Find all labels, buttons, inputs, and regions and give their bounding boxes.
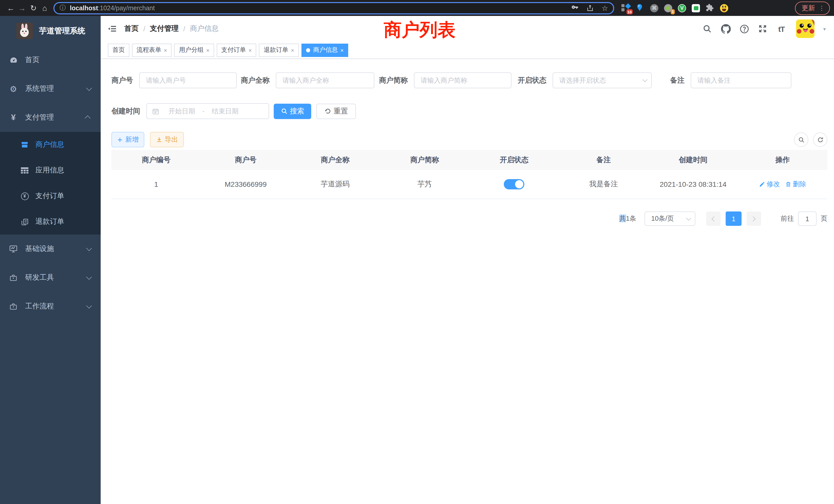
sidebar-item-home[interactable]: 首页: [0, 46, 101, 74]
status-select[interactable]: 请选择开启状态: [553, 72, 652, 88]
page-size-select[interactable]: 10条/页: [644, 211, 695, 226]
merchant-no-input[interactable]: [139, 72, 237, 88]
avatar-caret-icon[interactable]: ▾: [823, 26, 826, 31]
tab-refund-order[interactable]: 退款订单×: [259, 43, 299, 57]
fullscreen-icon[interactable]: [758, 24, 768, 33]
export-button[interactable]: 导出: [150, 132, 184, 147]
tags-view: 首页 流程表单× 用户分组× 支付订单× 退款订单× 商户信息×: [101, 42, 834, 59]
sidebar-item-infrastructure[interactable]: 基础设施: [0, 234, 101, 263]
add-button[interactable]: 新增: [111, 132, 144, 147]
user-avatar[interactable]: [796, 20, 814, 38]
search-button[interactable]: 搜索: [274, 104, 311, 119]
font-size-icon[interactable]: tT: [776, 24, 786, 33]
prev-page-button[interactable]: [706, 211, 721, 226]
export-button-label: 导出: [164, 135, 178, 144]
sidebar-item-label: 首页: [25, 55, 40, 65]
show-search-toggle-button[interactable]: [794, 132, 808, 147]
close-icon[interactable]: ×: [291, 47, 294, 53]
sidebar-item-workflow[interactable]: 工作流程: [0, 292, 101, 321]
profile-extension-badge: 1: [671, 9, 675, 14]
tab-home[interactable]: 首页: [108, 43, 129, 57]
tab-label: 支付订单: [221, 46, 246, 54]
sidebar-item-refund-order[interactable]: 退款订单: [0, 209, 101, 234]
end-date-placeholder: 结束日期: [206, 107, 245, 116]
delete-link[interactable]: 删除: [785, 180, 806, 189]
next-page-button[interactable]: [747, 211, 761, 226]
sidebar-item-merchant-info[interactable]: 商户信息: [0, 132, 101, 158]
close-icon[interactable]: ×: [341, 47, 344, 53]
close-icon[interactable]: ×: [248, 47, 252, 53]
browser-menu-icon[interactable]: ⋮: [818, 4, 825, 12]
breadcrumb-payment[interactable]: 支付管理: [150, 24, 179, 33]
table-toolbar: 新增 导出: [111, 132, 827, 147]
gear-icon: ⚙: [9, 84, 18, 94]
v-extension-icon[interactable]: V: [678, 4, 686, 12]
sidebar-item-label: 基础设施: [25, 244, 54, 254]
sidebar-item-system[interactable]: ⚙ 系统管理: [0, 74, 101, 103]
edit-link[interactable]: 修改: [759, 180, 780, 189]
table-header: 商户编号 商户号 商户全称 商户简称 开启状态 备注 创建时间 操作: [111, 150, 827, 170]
share-icon[interactable]: [587, 4, 594, 12]
merchant-fullname-label: 商户全称: [241, 76, 276, 85]
browser-update-button[interactable]: 更新 ⋮: [795, 1, 830, 15]
merchant-shortname-input[interactable]: [414, 72, 511, 88]
status-toggle[interactable]: [504, 179, 524, 189]
toolbox-icon: [9, 274, 18, 281]
reset-button[interactable]: 重置: [316, 104, 356, 119]
bookmark-star-icon[interactable]: ☆: [601, 4, 608, 12]
tab-process-form[interactable]: 流程表单×: [132, 43, 172, 57]
back-icon[interactable]: ←: [5, 4, 17, 12]
yen-icon: ¥: [9, 113, 18, 122]
extensions-puzzle-icon[interactable]: [706, 4, 714, 12]
profile-extension-icon[interactable]: 1: [664, 4, 672, 12]
home-icon[interactable]: ⌂: [39, 4, 50, 12]
sidebar-fold-icon[interactable]: [108, 25, 116, 33]
apps-extension-badge: 10: [626, 9, 633, 14]
col-header-fullname: 商户全称: [290, 155, 380, 164]
yen-circle-icon: ¥: [20, 192, 29, 200]
chat-extension-icon[interactable]: [692, 4, 700, 12]
navbar: 首页 / 支付管理 / 商户信息: [101, 16, 834, 42]
extension-icons: 10 ⌘ 1 V: [621, 4, 728, 12]
remark-input[interactable]: [691, 72, 791, 88]
cell-shortname: 芋艿: [380, 180, 470, 189]
date-range-picker[interactable]: 开始日期 - 结束日期: [146, 103, 269, 119]
current-page[interactable]: 1: [726, 211, 742, 226]
apps-extension-icon[interactable]: 10: [621, 4, 630, 12]
site-info-icon[interactable]: ⓘ: [60, 4, 66, 12]
sidebar-item-payment[interactable]: ¥ 支付管理: [0, 103, 101, 132]
address-bar[interactable]: ⓘ localhost:1024/pay/merchant ☆: [53, 2, 614, 14]
goto-page-input[interactable]: [798, 211, 816, 226]
forward-icon[interactable]: →: [17, 4, 28, 12]
payment-submenu: 商户信息 应用信息 ¥ 支付订单 退款订单: [0, 132, 101, 234]
sidebar-item-label: 工作流程: [25, 302, 54, 311]
cell-created: 2021-10-23 08:31:14: [649, 180, 738, 188]
url-text: localhost:1024/pay/merchant: [70, 4, 155, 12]
sidebar-item-pay-order[interactable]: ¥ 支付订单: [0, 183, 101, 209]
refresh-table-button[interactable]: [813, 132, 827, 147]
app-title: 芋道管理系统: [39, 26, 85, 36]
help-icon[interactable]: [740, 24, 749, 33]
reload-icon[interactable]: ↻: [28, 3, 39, 13]
pin-extension-icon[interactable]: [636, 4, 644, 12]
close-icon[interactable]: ×: [164, 47, 167, 53]
app-logo[interactable]: 芋道管理系统: [0, 16, 101, 46]
tab-user-group[interactable]: 用户分组×: [174, 43, 214, 57]
sidebar-item-dev-tools[interactable]: 研发工具: [0, 263, 101, 292]
date-separator: -: [202, 107, 205, 115]
cell-actions: 修改 删除: [738, 180, 828, 189]
sidebar-item-app-info[interactable]: 应用信息: [0, 158, 101, 183]
merchant-fullname-input[interactable]: [276, 72, 374, 88]
command-extension-icon[interactable]: ⌘: [650, 4, 658, 12]
tab-merchant-info[interactable]: 商户信息×: [302, 43, 348, 57]
github-icon[interactable]: [721, 24, 731, 33]
search-icon[interactable]: [703, 24, 712, 33]
close-icon[interactable]: ×: [206, 47, 210, 53]
breadcrumb-home[interactable]: 首页: [124, 24, 139, 33]
emoji-extension-icon[interactable]: [720, 4, 728, 12]
tab-pay-order[interactable]: 支付订单×: [217, 43, 257, 57]
start-date-placeholder: 开始日期: [162, 107, 201, 116]
chevron-down-icon: [86, 274, 92, 280]
sidebar-item-label: 支付订单: [36, 191, 64, 201]
password-key-icon[interactable]: [571, 4, 579, 12]
